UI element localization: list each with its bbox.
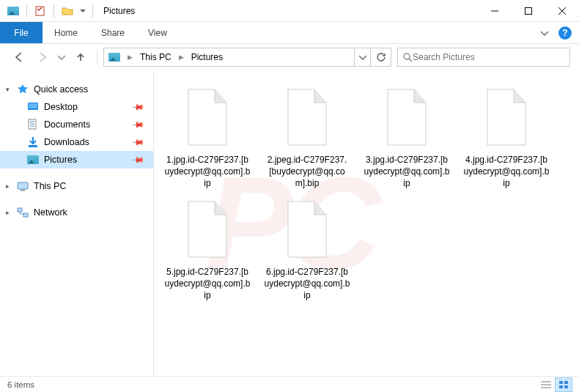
file-icon <box>279 196 336 263</box>
sidebar-item-label: Documents <box>44 119 90 130</box>
address-dropdown-button[interactable] <box>354 48 370 66</box>
sidebar-item-label: Desktop <box>44 102 78 112</box>
maximize-button[interactable] <box>512 0 545 22</box>
status-bar: 6 items <box>0 376 579 392</box>
chevron-right-icon[interactable]: ▸ <box>6 209 16 216</box>
file-tab[interactable]: File <box>0 22 43 43</box>
ribbon-expand-icon[interactable] <box>534 22 556 43</box>
svg-point-5 <box>404 53 410 59</box>
file-item[interactable]: 6.jpg.id-C279F237.[buydecrypt@qq.com].bi… <box>264 196 350 302</box>
breadcrumb-pictures[interactable]: Pictures <box>190 52 224 62</box>
file-icon <box>179 84 236 151</box>
file-icon <box>378 84 435 151</box>
close-button[interactable] <box>545 0 579 22</box>
file-icon <box>478 84 535 151</box>
qat-dropdown-icon[interactable] <box>78 3 88 19</box>
breadcrumb-label: This PC <box>140 52 172 62</box>
sidebar-item-documents[interactable]: Documents 📌 <box>0 116 153 133</box>
pictures-icon <box>26 153 40 166</box>
file-item[interactable]: 5.jpg.id-C279F237.[buydecrypt@qq.com].bi… <box>164 196 251 302</box>
chevron-down-icon[interactable]: ▾ <box>6 86 16 93</box>
network-icon <box>16 206 29 219</box>
tree-network[interactable]: ▸ Network <box>0 204 153 221</box>
app-icon[interactable] <box>4 3 22 19</box>
search-icon <box>402 52 413 62</box>
back-button[interactable] <box>9 47 29 67</box>
tree-label: This PC <box>34 181 66 191</box>
large-icons-view-button[interactable] <box>556 378 572 391</box>
file-name-label: 3.jpg.id-C279F237.[buydecrypt@qq.com].bi… <box>364 154 450 190</box>
recent-locations-button[interactable] <box>56 47 67 67</box>
minimize-button[interactable] <box>478 0 512 22</box>
search-input[interactable] <box>413 52 565 62</box>
tree-label: Network <box>34 207 67 218</box>
window-title: Pictures <box>103 6 135 16</box>
help-button[interactable]: ? <box>556 23 575 42</box>
chevron-right-icon[interactable]: ▶ <box>128 53 133 61</box>
chevron-right-icon[interactable]: ▶ <box>179 53 184 61</box>
ribbon: File Home Share View ? <box>0 22 579 44</box>
svg-line-6 <box>409 59 412 62</box>
svg-rect-21 <box>559 381 563 384</box>
file-name-label: 4.jpg.id-C279F237.[buydecrypt@qq.com].bi… <box>463 154 550 190</box>
file-grid: 1.jpg.id-C279F237.[buydecrypt@qq.com].bi… <box>164 84 569 301</box>
search-box[interactable] <box>397 48 570 67</box>
svg-rect-24 <box>564 385 568 388</box>
file-name-label: 5.jpg.id-C279F237.[buydecrypt@qq.com].bi… <box>164 266 251 302</box>
forward-button[interactable] <box>32 47 53 67</box>
qat-folder-icon[interactable] <box>59 3 76 19</box>
tab-home[interactable]: Home <box>43 22 89 43</box>
documents-icon <box>26 118 40 131</box>
svg-rect-16 <box>18 208 22 212</box>
svg-rect-0 <box>36 7 44 15</box>
file-icon <box>179 196 236 263</box>
tree-label: Quick access <box>34 84 88 95</box>
status-item-count: 6 items <box>7 380 34 389</box>
downloads-icon <box>26 136 40 149</box>
refresh-button[interactable] <box>370 48 391 66</box>
svg-rect-15 <box>21 190 25 191</box>
svg-rect-8 <box>29 103 37 108</box>
pin-icon: 📌 <box>130 100 144 114</box>
content-area[interactable]: 1.jpg.id-C279F237.[buydecrypt@qq.com].bi… <box>154 70 579 376</box>
file-icon <box>279 84 336 151</box>
file-name-label: 2.jpeg.id-C279F237.[buydecrypt@qq.com].b… <box>264 154 350 190</box>
pin-icon: 📌 <box>130 152 144 166</box>
file-item[interactable]: 2.jpeg.id-C279F237.[buydecrypt@qq.com].b… <box>264 84 350 190</box>
desktop-icon <box>26 100 40 114</box>
file-item[interactable]: 4.jpg.id-C279F237.[buydecrypt@qq.com].bi… <box>463 84 550 190</box>
quick-access-toolbar <box>4 3 96 19</box>
breadcrumb-root-icon[interactable] <box>107 53 122 62</box>
sidebar-item-label: Pictures <box>44 155 77 165</box>
titlebar: Pictures <box>0 0 579 22</box>
breadcrumb-label: Pictures <box>191 52 223 62</box>
sidebar-item-desktop[interactable]: Desktop 📌 <box>0 98 153 116</box>
file-name-label: 6.jpg.id-C279F237.[buydecrypt@qq.com].bi… <box>264 266 350 302</box>
tab-share[interactable]: Share <box>89 22 136 43</box>
sidebar-item-downloads[interactable]: Downloads 📌 <box>0 133 153 151</box>
chevron-right-icon[interactable]: ▸ <box>6 182 16 190</box>
svg-rect-2 <box>525 7 532 14</box>
svg-rect-13 <box>29 145 37 147</box>
sidebar-item-label: Downloads <box>44 137 89 147</box>
file-name-label: 1.jpg.id-C279F237.[buydecrypt@qq.com].bi… <box>164 154 251 190</box>
tree-quick-access[interactable]: ▾ Quick access <box>0 81 153 98</box>
file-item[interactable]: 1.jpg.id-C279F237.[buydecrypt@qq.com].bi… <box>164 84 251 190</box>
tab-view[interactable]: View <box>136 22 179 43</box>
help-icon: ? <box>558 26 572 40</box>
svg-rect-23 <box>559 385 563 388</box>
pin-icon: 📌 <box>130 135 144 149</box>
breadcrumb-this-pc[interactable]: This PC <box>139 52 173 62</box>
tree-this-pc[interactable]: ▸ This PC <box>0 177 153 195</box>
computer-icon <box>16 180 29 193</box>
file-item[interactable]: 3.jpg.id-C279F237.[buydecrypt@qq.com].bi… <box>364 84 450 190</box>
navigation-pane[interactable]: ▾ Quick access Desktop 📌 Documents 📌 Do <box>0 70 154 376</box>
qat-properties-icon[interactable] <box>32 3 49 19</box>
address-bar[interactable]: ▶ This PC ▶ Pictures <box>103 48 391 67</box>
svg-rect-14 <box>18 182 28 189</box>
details-view-button[interactable] <box>538 378 554 391</box>
sidebar-item-pictures[interactable]: Pictures 📌 <box>0 151 153 169</box>
up-button[interactable] <box>70 47 91 67</box>
svg-rect-22 <box>564 381 568 384</box>
pin-icon: 📌 <box>130 117 144 131</box>
